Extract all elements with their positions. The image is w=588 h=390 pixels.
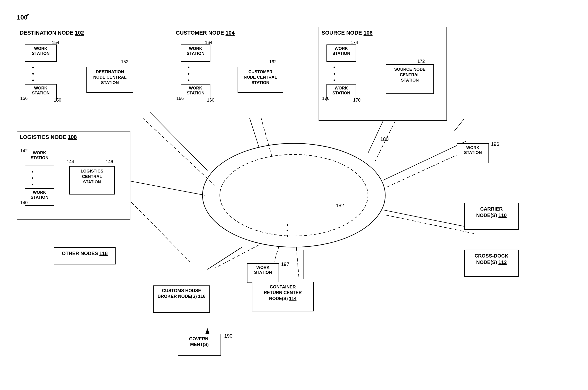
src-central-station: SOURCE NODECENTRALSTATION — [386, 64, 434, 94]
customs-broker-node: CUSTOMS HOUSEBROKER NODE(S) 116 — [153, 286, 210, 313]
ref-182: 182 — [336, 203, 344, 208]
carrier-node: CARRIERNODE(S) 110 — [464, 203, 519, 230]
ref-172: 172 — [417, 59, 425, 64]
logistics-node-container: LOGISTICS NODE 108 WORKSTATION 142 ••• W… — [17, 131, 130, 220]
fig-arrow: ↗ — [25, 12, 30, 19]
destination-node-container: DESTINATION NODE 102 WORKSTATION 154 •••… — [17, 27, 150, 118]
ref-196: 196 — [491, 141, 499, 147]
ref-144: 144 — [67, 159, 74, 164]
other-nodes: OTHER NODES 118 — [54, 247, 116, 264]
ws-log-bottom: WORKSTATION — [25, 188, 54, 206]
ws-src-bottom: WORKSTATION — [327, 84, 356, 101]
dots-log: ••• — [32, 169, 34, 188]
customer-node-container: CUSTOMER NODE 104 WORKSTATION 164 ••• WO… — [173, 27, 296, 118]
ws-dest-top: WORKSTATION — [25, 45, 57, 62]
ref-152: 152 — [121, 59, 128, 64]
svg-line-10 — [454, 119, 464, 131]
dots-dest: ••• — [32, 64, 34, 84]
ref-146: 146 — [106, 159, 113, 164]
ws-cust-bottom: WORKSTATION — [181, 84, 210, 101]
destination-node-label: DESTINATION NODE 102 — [20, 30, 147, 36]
ref-140: 140 — [20, 200, 28, 205]
diagram: 100 ↗ DESTINATION NODE 102 WORKSTATION 1… — [0, 0, 588, 390]
log-central-station: LOGISTICSCENTRALSTATION — [69, 166, 115, 195]
svg-line-17 — [274, 246, 279, 262]
dots-cust: ••• — [188, 64, 190, 84]
container-return-node: CONTAINERRETURN CENTERNODE(S) 114 — [252, 282, 314, 311]
ref-166: 166 — [176, 96, 184, 101]
svg-line-6 — [383, 141, 467, 180]
ref-197: 197 — [281, 261, 289, 267]
ws-src-top: WORKSTATION — [327, 45, 356, 62]
source-node-label: SOURCE NODE 106 — [322, 30, 444, 36]
cust-central-station: CUSTOMERNODE CENTRALSTATION — [238, 67, 283, 93]
ref-154: 154 — [52, 40, 59, 45]
dots-network: ••• — [287, 222, 289, 239]
ws-carrier: WORKSTATION — [457, 143, 489, 163]
cross-dock-node: CROSS-DOCKNODE(S) 112 — [464, 250, 519, 277]
dots-src: ••• — [333, 64, 335, 84]
ref-150: 150 — [54, 98, 61, 103]
ws-container: WORKSTATION — [247, 263, 279, 283]
dest-central-station: DESTINATIONNODE CENTRALSTATION — [86, 67, 133, 93]
svg-line-9 — [208, 247, 242, 269]
svg-line-19 — [386, 215, 474, 234]
ws-cust-top: WORKSTATION — [181, 45, 210, 62]
ws-dest-bottom: WORKSTATION — [25, 84, 57, 101]
ref-170: 170 — [353, 98, 361, 103]
ref-174: 174 — [351, 40, 358, 45]
ref-180: 180 — [380, 137, 388, 142]
logistics-node-label: LOGISTICS NODE 108 — [20, 134, 127, 140]
svg-line-16 — [296, 247, 299, 277]
source-node-container: SOURCE NODE 106 WORKSTATION 174 ••• WORK… — [319, 27, 447, 121]
government-node: GOVERN-MENT(S) — [178, 334, 221, 356]
ref-156: 156 — [20, 96, 28, 101]
svg-line-7 — [384, 210, 469, 227]
ref-162: 162 — [269, 59, 277, 64]
ref-190: 190 — [224, 333, 232, 339]
svg-point-0 — [203, 143, 385, 247]
ws-log-top: WORKSTATION — [25, 149, 54, 166]
ref-164: 164 — [205, 40, 212, 45]
ref-160: 160 — [207, 98, 214, 103]
svg-point-1 — [220, 154, 368, 236]
ref-176: 176 — [322, 96, 330, 101]
ref-142: 142 — [20, 148, 28, 153]
customer-node-label: CUSTOMER NODE 104 — [176, 30, 294, 36]
